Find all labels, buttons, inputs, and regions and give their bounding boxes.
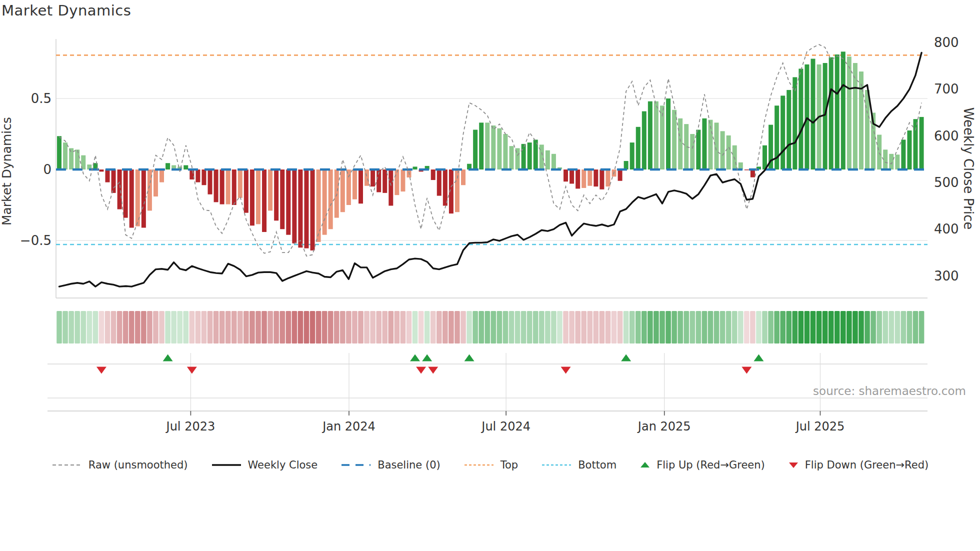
heatmap-cell	[364, 311, 370, 344]
heatmap-cell	[304, 311, 310, 344]
flip-up-marker	[754, 354, 764, 362]
oscillator-bar	[485, 122, 490, 170]
legend-item-flip-up: Flip Up (Red→Green)	[640, 459, 765, 471]
oscillator-bar	[648, 102, 652, 170]
oscillator-bar	[105, 170, 110, 182]
heatmap-cell	[117, 311, 122, 344]
heatmap-cell	[666, 311, 671, 344]
solid-line-icon	[211, 460, 242, 470]
heatmap-cell	[786, 311, 792, 344]
flip-down-marker	[187, 367, 197, 374]
oscillator-bar	[256, 170, 260, 224]
legend-item-bottom: Bottom	[541, 459, 616, 471]
oscillator-bar	[696, 130, 700, 170]
heatmap-cell	[400, 311, 406, 344]
oscillator-bar	[678, 118, 682, 170]
heatmap-cell	[594, 311, 599, 344]
heatmap-cell	[888, 311, 894, 344]
oscillator-bar	[642, 112, 646, 170]
oscillator-bar	[322, 170, 327, 235]
heatmap-cell	[690, 311, 696, 344]
oscillator-bar	[316, 170, 321, 242]
heatmap-cell	[472, 311, 478, 344]
heatmap-cell	[762, 311, 768, 344]
heatmap-cell	[557, 311, 562, 344]
heatmap-cell	[684, 311, 689, 344]
triangle-up-icon	[640, 460, 650, 470]
oscillator-bar	[304, 170, 308, 248]
heatmap-cell	[129, 311, 134, 344]
legend-label: Bottom	[578, 459, 616, 471]
heatmap-cell	[68, 311, 74, 344]
heatmap-cell	[636, 311, 641, 344]
oscillator-bar	[124, 170, 128, 218]
oscillator-bar	[895, 154, 900, 170]
heatmap-cell	[882, 311, 888, 344]
heatmap-cell	[56, 311, 62, 344]
heatmap-cell	[340, 311, 346, 344]
oscillator-bar	[298, 170, 302, 248]
heatmap-cell	[62, 311, 68, 344]
dotted-line-icon	[541, 460, 572, 470]
oscillator-bar	[202, 170, 206, 185]
heatmap-cell	[642, 311, 647, 344]
heatmap-cell	[430, 311, 436, 344]
oscillator-bar	[654, 102, 658, 170]
heatmap-cell	[466, 311, 472, 344]
oscillator-bar	[901, 140, 906, 170]
heatmap-cell	[436, 311, 442, 344]
heatmap-cell	[822, 311, 828, 344]
oscillator-bar	[636, 127, 640, 170]
oscillator-bar	[190, 170, 194, 180]
oscillator-bar	[280, 170, 284, 229]
oscillator-bar	[328, 170, 333, 229]
heatmap-cell	[274, 311, 279, 344]
heatmap-cell	[840, 311, 846, 344]
oscillator-bar	[443, 170, 448, 206]
chart-legend: Raw (unsmoothed) Weekly Close Baseline (…	[0, 459, 980, 471]
right-tick-label: 400	[934, 222, 959, 236]
legend-label: Flip Up (Red→Green)	[656, 459, 765, 471]
left-tick-label: −0.5	[20, 233, 52, 248]
oscillator-bar	[522, 144, 526, 170]
oscillator-bar	[431, 170, 436, 180]
x-tick-label: Jan 2024	[322, 420, 376, 434]
oscillator-bar	[57, 136, 62, 170]
heatmap-cell	[460, 311, 466, 344]
heatmap-cell	[310, 311, 316, 344]
raw-series-line	[60, 44, 922, 256]
heatmap-cell	[533, 311, 538, 344]
heatmap-cell	[678, 311, 683, 344]
legend-item-baseline: Baseline (0)	[340, 459, 440, 471]
oscillator-bar	[798, 68, 803, 170]
oscillator-bar	[920, 117, 924, 170]
x-tick-label: Jan 2025	[637, 420, 691, 434]
heatmap-cell	[153, 311, 158, 344]
heatmap-cell	[702, 311, 708, 344]
heatmap-cell	[624, 311, 629, 344]
oscillator-bar	[914, 119, 918, 170]
heatmap-cell	[907, 311, 912, 344]
oscillator-bar	[786, 90, 791, 170]
oscillator-bar	[835, 54, 840, 170]
heatmap-cell	[328, 311, 334, 344]
heatmap-cell	[183, 311, 188, 344]
oscillator-bar	[552, 154, 556, 170]
heatmap-cell	[600, 311, 605, 344]
flip-up-marker	[410, 354, 420, 362]
oscillator-bar	[829, 58, 834, 170]
heatmap-cell	[858, 311, 864, 344]
oscillator-bar	[208, 170, 212, 194]
heatmap-cell	[80, 311, 86, 344]
flip-marker-zone	[48, 353, 928, 414]
dotted-line-icon	[464, 460, 494, 470]
heatmap-cell	[816, 311, 822, 344]
oscillator-bar	[503, 134, 508, 170]
heatmap-cell	[798, 311, 804, 344]
oscillator-bar	[394, 170, 399, 195]
x-tick-label: Jul 2025	[795, 420, 845, 434]
heatmap-cell	[208, 311, 213, 344]
right-tick-label: 800	[934, 35, 959, 50]
oscillator-bar	[774, 106, 779, 170]
heatmap-cell	[497, 311, 502, 344]
